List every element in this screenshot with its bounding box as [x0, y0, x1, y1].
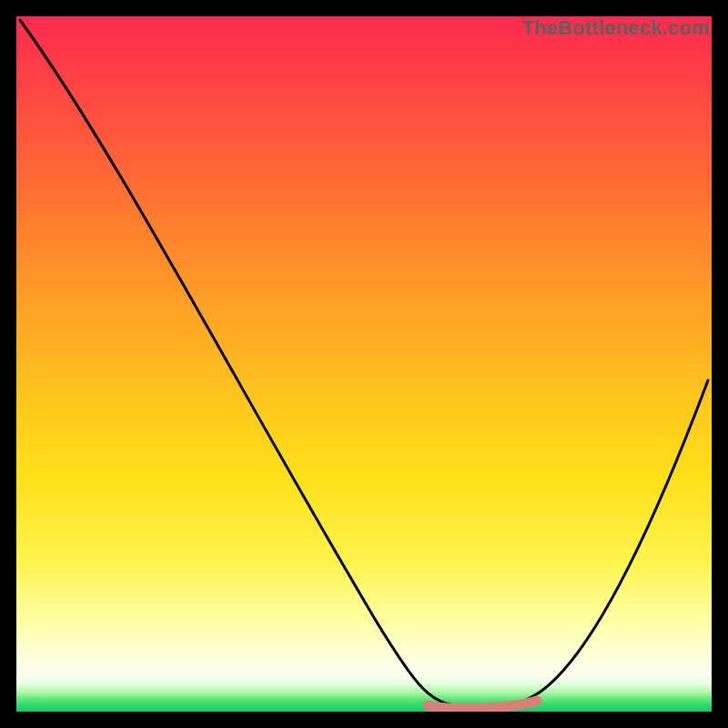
curve-layer	[16, 16, 712, 712]
watermark-text: TheBottleneck.com	[522, 16, 710, 40]
bottleneck-curve	[20, 20, 708, 707]
chart-frame: TheBottleneck.com	[16, 16, 712, 712]
